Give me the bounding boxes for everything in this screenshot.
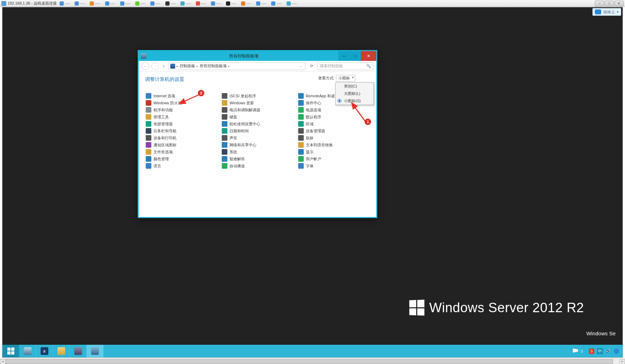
search-input[interactable]: 搜索控制面板 🔍 [317,62,373,70]
cp-item-icon [222,163,227,169]
host-horizontal-scrollbar[interactable]: ◂ ▸ [0,358,625,364]
cp-item[interactable]: 网络和共享中心 [221,141,294,148]
start-button[interactable] [2,345,19,357]
cp-item[interactable]: 设备和打印机 [145,134,218,141]
cp-nav-bar: ← → ↑ ▸ 控制面板 ▸ 所有控制面板项 ▸ ⌄ ⟳ 搜索控制面板 🔍 [139,61,376,71]
cp-item[interactable]: 显示 [297,148,370,155]
scrollbar-left-button[interactable]: ◂ [0,359,6,364]
cp-item[interactable]: 鼠标 [297,134,370,141]
cp-item[interactable]: 轻松使用设置中心 [221,120,294,127]
cp-item[interactable]: 声音 [221,134,294,141]
connection-bar[interactable]: 挂掉上 ▾ [592,8,621,16]
tray-ime-icon[interactable]: S [589,349,594,354]
host-close-button[interactable]: ✕ [614,1,624,6]
nav-back-button[interactable]: ← [142,62,149,70]
host-max-button[interactable]: □ [605,1,614,6]
cp-item-label: Windows 更新 [229,100,254,106]
tray-volume-icon[interactable]: 🔊 [606,349,611,354]
cp-item-label: 程序和功能 [153,107,173,113]
cp-item[interactable]: 颜色管理 [145,155,218,162]
cp-item-icon [298,107,304,113]
cp-item[interactable]: 默认程序 [297,113,370,120]
cp-item-label: 自动播放 [229,163,245,169]
scrollbar-track[interactable] [6,359,619,364]
cp-item-icon [146,121,151,127]
cp-item-label: 设备管理器 [306,128,325,134]
scrollbar-thumb[interactable] [6,359,613,364]
address-dropdown[interactable]: ⌄ [298,64,304,68]
annotation-badge-2: 2 [198,90,204,96]
taskbar-powershell[interactable]: ≥ [36,345,53,357]
cp-item[interactable]: 程序和功能 [145,106,218,113]
cp-item-label: 字体 [306,163,314,169]
refresh-button[interactable]: ⟳ [308,62,315,70]
cp-item-label: 区域 [306,121,314,127]
cloud-icon [595,9,601,14]
cp-item[interactable]: 设备管理器 [297,127,370,134]
tray-ime-label[interactable]: 中 [597,348,603,354]
cp-item[interactable]: 通知区域图标 [145,141,218,148]
control-panel-shield-icon [170,64,175,69]
cp-item-icon [298,149,304,155]
cp-max-button[interactable]: □ [350,51,361,61]
cp-item-label: 轻松使用设置中心 [229,121,260,127]
tray-face-icon[interactable] [614,349,619,354]
cp-item-label: 颜色管理 [153,156,169,162]
cp-titlebar[interactable]: 所有控制面板项 ─ □ ✕ [139,51,376,61]
cp-min-button[interactable]: ─ [338,51,350,61]
cp-item-label: 任务栏和导航 [153,128,177,134]
tray-network-icon[interactable]: ▯ [581,349,586,354]
cp-item[interactable]: 自动播放 [221,162,294,169]
nav-up-button[interactable]: ↑ [161,63,166,69]
cp-item[interactable]: 疑难解答 [221,155,294,162]
cp-item[interactable]: 电源选项 [297,106,370,113]
cp-item[interactable]: Windows 防火墙 [145,99,218,106]
control-panel-icon [141,53,146,59]
cp-item-icon [298,100,304,106]
cp-item[interactable]: 语言 [145,162,218,169]
cp-close-button[interactable]: ✕ [361,51,376,61]
view-option-small[interactable]: 小图标(S) [336,97,373,105]
taskbar-explorer[interactable] [53,345,70,357]
cp-item-label: 文件夹选项 [153,149,173,155]
cp-item[interactable]: 键盘 [221,113,294,120]
cp-item[interactable]: 字体 [297,162,370,169]
breadcrumb-root[interactable]: 控制面板 [180,63,195,69]
address-bar[interactable]: ▸ 控制面板 ▸ 所有控制面板项 ▸ ⌄ [169,62,305,70]
cp-item[interactable]: 电话和调制解调器 [221,106,294,113]
cp-item-icon [222,100,227,106]
nav-forward-button[interactable]: → [151,62,159,70]
view-mode-label: 查看方式: [318,76,335,81]
cp-item[interactable]: iSCSI 发起程序 [221,92,294,99]
view-mode-dropdown[interactable]: 小图标 [336,75,355,82]
view-option-large[interactable]: 大图标(L) [336,90,373,97]
tray-flag-icon[interactable] [573,349,578,354]
host-titlebar: 192.168.1.38 - 远程桌面连接 ── ── ── ── ── ── … [0,0,625,7]
scrollbar-right-button[interactable]: ▸ [619,359,625,364]
cp-item[interactable]: 管理工具 [145,113,218,120]
cp-item[interactable]: 用户帐户 [297,155,370,162]
cp-item[interactable]: 任务栏和导航 [145,127,218,134]
cp-item[interactable]: 系统 [221,148,294,155]
cp-item-icon [222,107,227,113]
view-mode-selector: 查看方式: 小图标 [318,75,355,82]
cp-item-icon [298,128,304,134]
breadcrumb-current[interactable]: 所有控制面板项 [200,63,227,69]
taskbar-app-1[interactable] [70,345,87,357]
cp-item[interactable]: 凭据管理器 [145,120,218,127]
cp-item-label: 默认程序 [306,114,321,120]
cp-item-icon [298,163,304,169]
cp-item[interactable]: 文本到语音转换 [297,141,370,148]
connection-bar-caret: ▾ [617,10,619,14]
cp-item-icon [146,114,151,120]
taskbar-server-manager[interactable] [19,345,36,357]
cp-item[interactable]: Windows 更新 [221,99,294,106]
cp-item-icon [298,121,304,127]
cp-item[interactable]: Internet 选项 [145,92,218,99]
cp-item[interactable]: 日期和时间 [221,127,294,134]
cp-item[interactable]: 区域 [297,120,370,127]
view-option-category[interactable]: 类别(C) [336,83,373,90]
cp-item-icon [222,121,227,127]
cp-item[interactable]: 文件夹选项 [145,148,218,155]
taskbar-control-panel[interactable] [87,345,103,357]
